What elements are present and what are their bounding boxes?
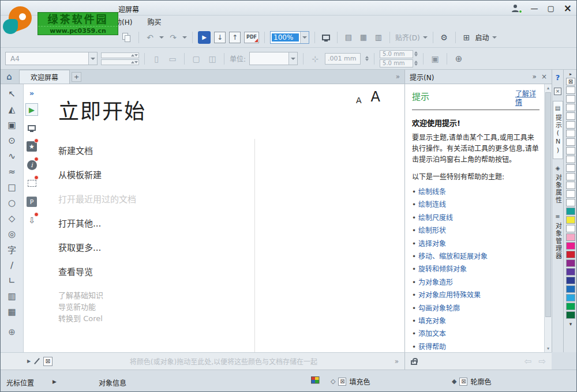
back-arrow-button[interactable]: ⇦ xyxy=(524,356,532,367)
dimension-tool[interactable]: ∕ xyxy=(3,257,21,273)
text-size-large-button[interactable]: A xyxy=(371,89,380,105)
zoom-tool[interactable]: ⊙ xyxy=(3,133,21,148)
fill-color-indicator[interactable]: ◇ ⊠ 填充色 xyxy=(331,376,370,386)
color-swatch[interactable] xyxy=(566,199,575,206)
nudge-distance-field[interactable]: .001 mm xyxy=(325,53,361,65)
color-swatch[interactable] xyxy=(566,225,575,232)
color-swatch[interactable] xyxy=(566,303,575,310)
page-size-combobox[interactable]: A4 xyxy=(5,52,98,65)
nav-learning[interactable]: i xyxy=(25,159,38,171)
topic-link[interactable]: 绘制形状 xyxy=(418,227,446,235)
color-swatch[interactable] xyxy=(566,242,575,250)
color-swatch[interactable] xyxy=(566,164,575,172)
redo-dropdown-arrow[interactable] xyxy=(182,36,187,39)
close-docker-button[interactable]: × xyxy=(554,88,561,95)
spiral-tool[interactable]: ◎ xyxy=(3,226,21,242)
current-page-button[interactable]: ◫ xyxy=(206,52,219,65)
tab-welcome-screen[interactable]: 欢迎屏幕 xyxy=(19,70,70,84)
scrollbar-thumb[interactable] xyxy=(545,92,551,317)
duplicate-y-field[interactable]: 5.0 mm xyxy=(380,59,413,67)
color-swatch[interactable] xyxy=(566,104,575,111)
color-swatch[interactable] xyxy=(566,251,575,258)
cursor-position-flyout[interactable]: ▶ xyxy=(53,379,57,385)
color-swatch[interactable] xyxy=(566,259,575,267)
publish-pdf-button[interactable]: PDF xyxy=(244,32,259,43)
show-grid-button[interactable]: ▦ xyxy=(358,31,369,44)
nav-gallery[interactable] xyxy=(25,177,38,190)
all-pages-button[interactable]: ▢ xyxy=(190,52,203,65)
topic-link[interactable]: 获得帮助 xyxy=(418,343,446,351)
rectangle-tool[interactable]: □ xyxy=(3,179,21,195)
fullscreen-preview-button[interactable] xyxy=(320,31,332,44)
snap-to-menu[interactable]: 贴齐(D) xyxy=(395,32,428,42)
units-combobox[interactable] xyxy=(249,52,298,65)
undo-button[interactable]: ↶ xyxy=(144,31,156,44)
color-swatch[interactable] xyxy=(566,190,575,198)
zoom-level-value[interactable]: 100% xyxy=(272,33,299,42)
portrait-button[interactable]: ▯ xyxy=(150,52,163,65)
color-swatch[interactable] xyxy=(566,121,575,129)
outline-color-indicator[interactable]: ◆ ⊠ 轮廓色 xyxy=(452,376,491,386)
home-tab-button[interactable]: ⌂ xyxy=(3,70,16,83)
topic-link[interactable]: 为对象造形 xyxy=(418,278,453,287)
landscape-button[interactable]: ▭ xyxy=(166,52,179,65)
link-open-other[interactable]: 打开其他... xyxy=(58,218,136,229)
topic-link[interactable]: 填充对象 xyxy=(418,317,446,325)
nav-photozoom[interactable]: P xyxy=(25,195,38,208)
spin-up-arrow[interactable] xyxy=(414,51,418,54)
no-color-swatch[interactable]: ⊠ xyxy=(566,78,575,85)
palette-overflow-chevron[interactable]: » xyxy=(395,357,399,365)
show-rulers-button[interactable]: ▤ xyxy=(343,31,354,44)
freehand-tool[interactable]: ∿ xyxy=(3,148,21,164)
maximize-button[interactable]: ▢ xyxy=(547,5,554,12)
docker-tab-object-properties[interactable]: ◈ 对象属性 xyxy=(553,161,563,208)
color-swatch[interactable] xyxy=(566,277,575,284)
color-swatch[interactable] xyxy=(566,216,575,224)
link-learn-basics[interactable]: 了解基础知识 xyxy=(58,291,136,301)
nav-get-started[interactable]: ▶ xyxy=(25,103,38,116)
link-tour-new-features[interactable]: 导览新功能 xyxy=(58,302,136,312)
topic-link[interactable]: 绘制尺度线 xyxy=(418,214,453,222)
color-swatch[interactable] xyxy=(566,138,575,146)
export-button[interactable]: ↑ xyxy=(229,32,241,43)
color-swatch[interactable] xyxy=(566,86,575,94)
docker-close-button[interactable]: × xyxy=(541,73,547,81)
page-size-dropdown[interactable] xyxy=(88,52,97,65)
topic-link[interactable]: 移动、缩放和延展对象 xyxy=(418,252,488,261)
polygon-tool[interactable]: ◇ xyxy=(3,210,21,226)
page-width-field[interactable] xyxy=(101,52,139,58)
new-document-tab-button[interactable]: + xyxy=(72,72,81,82)
color-swatch[interactable] xyxy=(566,173,575,180)
spin-down-arrow[interactable] xyxy=(414,63,418,66)
mesh-fill-tool[interactable]: ▦ xyxy=(3,304,21,319)
color-swatch[interactable] xyxy=(566,311,575,319)
treat-as-filled-button[interactable]: ▣ xyxy=(429,52,441,65)
ellipse-tool[interactable]: ○ xyxy=(3,195,21,210)
palette-flyout-arrow[interactable]: ▸ xyxy=(569,71,572,77)
application-launcher-button[interactable]: ▶ xyxy=(198,31,211,44)
menu-buy[interactable]: 购买 xyxy=(147,17,161,27)
docker-tab-hints[interactable]: ▤ 提示(N) xyxy=(553,101,563,159)
color-swatch[interactable] xyxy=(566,285,575,293)
duplicate-y-spinner[interactable] xyxy=(414,61,418,66)
nav-workspace[interactable] xyxy=(25,122,38,134)
nudge-spinner[interactable] xyxy=(365,56,369,61)
topic-link[interactable]: 旋转和倾斜对象 xyxy=(418,265,467,273)
nav-whats-new[interactable]: ★ xyxy=(25,140,38,153)
zoom-dropdown-button[interactable] xyxy=(300,32,309,43)
add-control-button[interactable]: ⊕ xyxy=(452,52,465,65)
spin-down-arrow[interactable] xyxy=(414,54,418,56)
text-tool[interactable]: 字 xyxy=(3,242,21,257)
color-swatch[interactable] xyxy=(566,182,575,189)
import-button[interactable]: ↓ xyxy=(214,32,226,43)
color-swatch[interactable] xyxy=(566,95,575,103)
crop-tool[interactable]: ▣ xyxy=(3,117,21,133)
link-switch-to-corel[interactable]: 转换到 Corel xyxy=(58,314,136,324)
color-swatch[interactable] xyxy=(566,112,575,120)
palette-flyout-arrow[interactable]: ▶ xyxy=(27,359,31,364)
topic-link[interactable]: 绘制连线 xyxy=(418,201,446,209)
launch-menu[interactable]: ⊞ 启动 xyxy=(461,31,497,44)
minimize-button[interactable]: — xyxy=(530,5,538,12)
forward-arrow-button[interactable]: ⇨ xyxy=(538,356,546,367)
lock-docker-button[interactable] xyxy=(411,360,417,365)
